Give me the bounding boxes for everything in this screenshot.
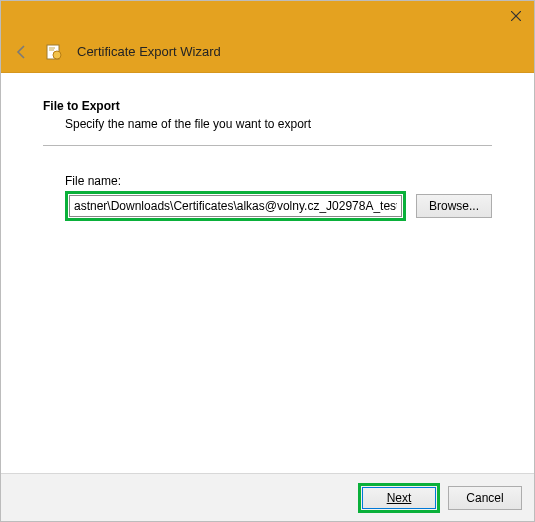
wizard-header: Certificate Export Wizard (1, 31, 534, 73)
section-title: File to Export (43, 99, 492, 113)
wizard-title: Certificate Export Wizard (77, 44, 221, 59)
footer-bar: Next Cancel (1, 473, 534, 521)
certificate-icon (45, 43, 63, 61)
next-button-highlight: Next (358, 483, 440, 513)
back-arrow-icon[interactable] (13, 43, 31, 61)
file-name-input[interactable] (69, 195, 402, 217)
section-description: Specify the name of the file you want to… (65, 117, 492, 131)
browse-button[interactable]: Browse... (416, 194, 492, 218)
titlebar (1, 1, 534, 31)
close-icon[interactable] (506, 6, 526, 26)
wizard-window: Certificate Export Wizard File to Export… (0, 0, 535, 522)
next-button[interactable]: Next (362, 487, 436, 509)
file-row: Browse... (65, 191, 492, 221)
file-input-highlight (65, 191, 406, 221)
cancel-button[interactable]: Cancel (448, 486, 522, 510)
divider (43, 145, 492, 146)
svg-point-3 (53, 51, 61, 59)
content-area: File to Export Specify the name of the f… (1, 73, 534, 473)
file-name-label: File name: (65, 174, 492, 188)
